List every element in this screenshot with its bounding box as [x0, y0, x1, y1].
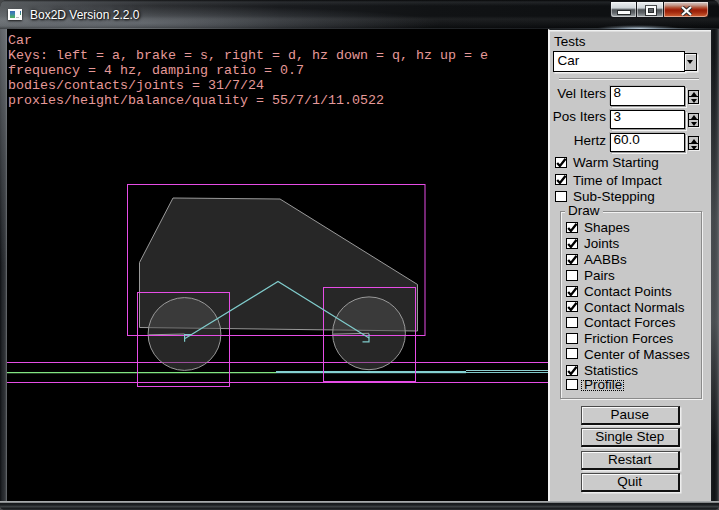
svg-text:bodies/contacts/joints = 31/7/: bodies/contacts/joints = 31/7/24: [8, 78, 264, 93]
svg-text:Car: Car: [8, 33, 32, 48]
svg-text:Keys: left = a, brake = s, rig: Keys: left = a, brake = s, right = d, hz…: [8, 48, 488, 63]
svg-text:frequency = 4 hz, damping rati: frequency = 4 hz, damping ratio = 0.7: [8, 63, 304, 78]
svg-text:proxies/height/balance/quality: proxies/height/balance/quality = 55/7/1/…: [8, 93, 384, 108]
